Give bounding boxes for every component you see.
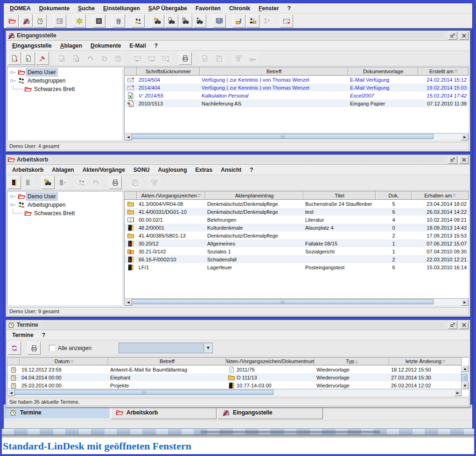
- col-aktenplaneintrag[interactable]: Aktenplaneintrag: [205, 191, 303, 199]
- users-button[interactable]: [132, 14, 145, 28]
- maximize-button[interactable]: [448, 32, 457, 40]
- eingangsstelle-menu-help[interactable]: ?: [150, 42, 162, 50]
- table-row[interactable]: V: 2014/55Kalkulation PersonalExcel20071…: [125, 91, 469, 99]
- table-row[interactable]: §66.16-F/0002/10Schadensfall222.03.2010 …: [125, 255, 469, 263]
- tree-expand-handle-icon[interactable]: [9, 193, 17, 200]
- app-menu-sap-übergabe[interactable]: SAP Übergabe: [144, 4, 191, 13]
- col-icon[interactable]: [7, 358, 20, 365]
- calendar-button[interactable]: [53, 14, 66, 28]
- termine-menu-help[interactable]: ?: [38, 331, 49, 339]
- table-row[interactable]: §30.20/12AllgemeinesFallakte 08/15107.06…: [125, 239, 469, 247]
- eingangsstelle-menu-dokumente[interactable]: Dokumente: [86, 42, 125, 50]
- col-dokumentvorlage[interactable]: Dokumentvorlage: [348, 67, 418, 75]
- alle-anzeigen-checkbox[interactable]: Alle anzeigen: [49, 345, 91, 351]
- print-button[interactable]: [28, 342, 41, 355]
- table-row[interactable]: 48.2/00001KulturdenkmaleAlaunplatz 4018.…: [125, 224, 469, 232]
- arbeitskorb-menu-auslosung[interactable]: Auslosung: [154, 166, 191, 174]
- search-documents-button[interactable]: [165, 14, 178, 28]
- new-document-button[interactable]: [8, 52, 21, 65]
- table-row[interactable]: 04.04.2014 00:00ElephantO 111/13Wiedervo…: [7, 373, 462, 381]
- maximize-button[interactable]: [448, 156, 457, 164]
- print-button[interactable]: [109, 176, 122, 189]
- tree-item-demo-user[interactable]: Demo User: [7, 192, 122, 201]
- table-row[interactable]: 25.03.2014 00:00Projekte10.77-14-03.00Wi…: [7, 381, 462, 389]
- col-titel[interactable]: Titel: [303, 191, 376, 199]
- preview-button[interactable]: [213, 14, 226, 28]
- arbeitskorb-menu-ansicht[interactable]: Ansicht: [217, 166, 245, 174]
- new-process-button[interactable]: [8, 176, 21, 189]
- table-row[interactable]: 2010/1513Nachlieferung ASEingang Papier0…: [125, 99, 469, 107]
- horizontal-scrollbar[interactable]: ◀ ▶: [125, 298, 469, 305]
- cabinet-button[interactable]: [92, 14, 105, 28]
- close-button[interactable]: [459, 156, 469, 164]
- scroll-left-icon[interactable]: ◀: [125, 299, 132, 306]
- col-icon[interactable]: [125, 191, 137, 199]
- app-menu-domea[interactable]: DOMEA: [6, 4, 35, 13]
- vertical-scrollbar[interactable]: ▲ ▼: [461, 365, 469, 389]
- scroll-down-icon[interactable]: ▼: [462, 382, 469, 389]
- horizontal-scrollbar[interactable]: ◀ ▶: [7, 389, 462, 396]
- scroll-left-icon[interactable]: ◀: [7, 389, 15, 396]
- table-row[interactable]: §30.21-0/1#2Soziales 1Sozialgericht107.0…: [125, 247, 469, 255]
- eingangsstelle-menu-e-mail[interactable]: E-Mail: [125, 42, 150, 50]
- scroll-right-icon[interactable]: ▶: [454, 389, 462, 396]
- app-menu-favoriten[interactable]: Favoriten: [191, 4, 225, 13]
- horizontal-scrollbar[interactable]: ◀ ▶: [125, 133, 469, 140]
- arbeitskorb-menu-ablagen[interactable]: Ablagen: [48, 166, 78, 174]
- table-row[interactable]: 2014/504Verfügung ( zur Kenntnis ) von T…: [125, 76, 469, 84]
- table-row[interactable]: 41.4/00385/SB01-13Denkmalschutz/Denkmalp…: [125, 232, 469, 239]
- table-row[interactable]: LF/1LagerfeuerPosteingangstest615.03.201…: [125, 263, 469, 271]
- app-menu-suche[interactable]: Suche: [74, 4, 99, 13]
- tree-item-schwarzes-brett[interactable]: Schwarzes Brett: [7, 209, 122, 217]
- arbeitskorb-menu-sonu[interactable]: SONU: [129, 166, 154, 174]
- col-letzte-änderung[interactable]: letzte Änderung▽: [389, 358, 462, 365]
- scroll-thumb[interactable]: [14, 390, 273, 395]
- termine-menu-termine[interactable]: Termine: [8, 331, 38, 339]
- refresh-button[interactable]: [8, 342, 21, 355]
- arbeitskorb-menu-help[interactable]: ?: [245, 166, 257, 174]
- arbeitskorb-menu-arbeitskorb[interactable]: Arbeitskorb: [8, 166, 48, 174]
- eingangsstelle-menu-ablagen[interactable]: Ablagen: [56, 42, 86, 50]
- table-row[interactable]: 41.4/00331/DG01-10Denkmalschutz/Denkmalp…: [125, 208, 469, 216]
- col-erhalten-am[interactable]: Erhalten am▽: [412, 191, 469, 199]
- app-menu-einstellungen[interactable]: Einstellungen: [99, 4, 144, 13]
- filter-combobox[interactable]: ▼: [119, 343, 213, 353]
- checkbox-box-icon[interactable]: [49, 345, 56, 351]
- table-row[interactable]: 19.12.2012 23:59Antwort-E-Mail für Baumf…: [7, 365, 462, 373]
- eingangsstelle-titlebar[interactable]: Eingangsstelle: [6, 31, 470, 41]
- scroll-thumb[interactable]: [462, 374, 468, 383]
- sap-user-button[interactable]: [246, 14, 259, 28]
- tree-item-schwarzes-brett[interactable]: Schwarzes Brett: [7, 85, 122, 93]
- tree-item-arbeitsgruppen[interactable]: Arbeitsgruppen: [7, 201, 122, 209]
- col-erstellt-am[interactable]: Erstellt am▽: [418, 67, 469, 75]
- maximize-button[interactable]: [448, 321, 457, 329]
- table-row[interactable]: 00.00.02/1BelehrungenLiteratur410.02.201…: [125, 216, 469, 224]
- scroll-thumb[interactable]: [132, 134, 434, 139]
- app-menu-dokumente[interactable]: Dokumente: [35, 4, 74, 13]
- scroll-left-icon[interactable]: ◀: [125, 133, 132, 140]
- import-document-button[interactable]: [22, 52, 35, 65]
- eingangsstelle-button[interactable]: [20, 14, 33, 28]
- app-menu-chronik[interactable]: Chronik: [225, 4, 254, 13]
- col-schriftstücknummer[interactable]: Schriftstücknummer: [137, 67, 200, 75]
- arbeitskorb-menu-extras[interactable]: Extras: [191, 166, 217, 174]
- taskbar-button-arbeitskorb[interactable]: Arbeitskorb: [111, 406, 217, 419]
- scroll-thumb[interactable]: [132, 299, 434, 304]
- star-button[interactable]: [73, 14, 86, 28]
- termine-titlebar[interactable]: Termine: [6, 320, 470, 330]
- col-icon[interactable]: [125, 67, 137, 75]
- close-button[interactable]: [459, 32, 469, 40]
- tree-item-arbeitsgruppen[interactable]: Arbeitsgruppen: [7, 77, 122, 85]
- scroll-right-icon[interactable]: ▶: [461, 133, 469, 140]
- new-mail-button[interactable]: [280, 14, 293, 28]
- tree-expand-handle-icon[interactable]: [9, 201, 17, 209]
- col-typ[interactable]: Typ△: [315, 358, 389, 365]
- col-akten-vorgangszeichen-dokumentnum[interactable]: Akten-/Vorgangszeichen/Dokumentnum: [226, 358, 315, 365]
- scroll-up-icon[interactable]: ▲: [462, 365, 469, 372]
- table-row[interactable]: 41.3/0004/VR04-08Denkmalschutz/Denkmalpf…: [125, 200, 469, 208]
- tree-expand-handle-icon[interactable]: [9, 77, 17, 84]
- arbeitskorb-menu-akten-vorgänge[interactable]: Akten/Vorgänge: [78, 166, 129, 174]
- sap-transfer-button[interactable]: [232, 14, 245, 28]
- arbeitskorb-titlebar[interactable]: Arbeitskorb: [6, 155, 470, 165]
- close-button[interactable]: [459, 321, 469, 329]
